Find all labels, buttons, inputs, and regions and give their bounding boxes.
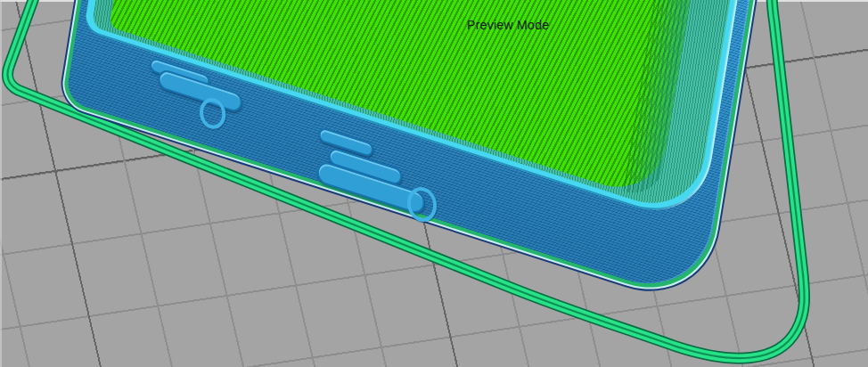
preview-mode-label: Preview Mode	[467, 18, 549, 32]
slicer-3d-viewport[interactable]: Preview Mode	[0, 0, 868, 367]
viewport-left-edge	[0, 0, 2, 367]
